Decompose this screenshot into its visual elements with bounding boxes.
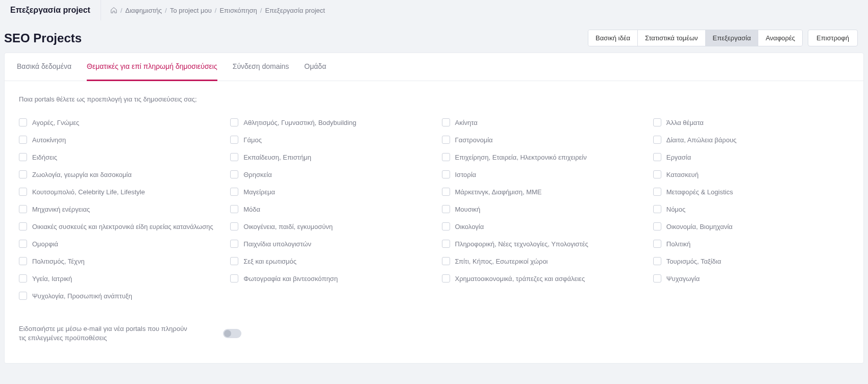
- tab[interactable]: Ομάδα: [304, 53, 326, 81]
- checkbox-label[interactable]: Ιστορία: [455, 171, 477, 178]
- nav-button[interactable]: Στατιστικά τομέων: [637, 30, 705, 46]
- checkbox-label[interactable]: Μουσική: [455, 206, 481, 213]
- checkbox[interactable]: [653, 118, 661, 126]
- checkbox-row: Μαγείρεμα: [230, 188, 426, 196]
- checkbox[interactable]: [653, 136, 661, 144]
- nav-button[interactable]: Αναφορές: [758, 30, 802, 46]
- checkbox[interactable]: [442, 274, 450, 283]
- breadcrumb-item[interactable]: Επισκόπηση: [219, 7, 257, 14]
- checkbox[interactable]: [230, 153, 238, 161]
- checkbox-label[interactable]: Φωτογραφία και βιντεοσκόπηση: [243, 275, 338, 283]
- checkbox[interactable]: [442, 240, 450, 248]
- checkbox[interactable]: [19, 257, 27, 265]
- checkbox[interactable]: [19, 205, 27, 213]
- checkbox[interactable]: [230, 257, 238, 265]
- checkbox[interactable]: [19, 170, 27, 178]
- checkbox[interactable]: [230, 118, 238, 126]
- notify-toggle[interactable]: [223, 329, 241, 338]
- checkbox-label[interactable]: Οικονομία, Βιομηχανία: [666, 223, 733, 231]
- checkbox-label[interactable]: Γάμος: [243, 136, 262, 144]
- checkbox-label[interactable]: Θρησκεία: [243, 171, 271, 178]
- checkbox-label[interactable]: Ομορφιά: [32, 240, 58, 248]
- checkbox-label[interactable]: Χρηματοοικονομικά, τράπεζες και ασφάλειε…: [455, 275, 585, 283]
- checkbox-label[interactable]: Οικιακές συσκευές και ηλεκτρονικά είδη ε…: [32, 223, 213, 231]
- checkbox[interactable]: [230, 240, 238, 248]
- checkbox[interactable]: [442, 205, 450, 213]
- checkbox[interactable]: [19, 274, 27, 283]
- checkbox-label[interactable]: Σεξ και ερωτισμός: [243, 258, 296, 265]
- checkbox[interactable]: [230, 205, 238, 213]
- checkbox-label[interactable]: Ψυχολογία, Προσωπική ανάπτυξη: [32, 292, 132, 300]
- checkbox[interactable]: [653, 170, 661, 178]
- checkbox-label[interactable]: Οικογένεια, παιδί, εγκυμοσύνη: [243, 223, 333, 231]
- checkbox[interactable]: [442, 170, 450, 178]
- checkbox-label[interactable]: Μάρκετινγκ, Διαφήμιση, ΜΜΕ: [455, 188, 542, 196]
- checkbox[interactable]: [230, 222, 238, 231]
- checkbox-label[interactable]: Σπίτι, Κήπος, Εσωτερικοί χώροι: [455, 258, 548, 265]
- checkbox-label[interactable]: Εκπαίδευση, Επιστήμη: [243, 153, 311, 161]
- checkbox[interactable]: [442, 257, 450, 265]
- checkbox-label[interactable]: Νόμος: [666, 206, 686, 213]
- checkbox-label[interactable]: Δίαιτα, Απώλεια βάρους: [666, 136, 737, 144]
- checkbox[interactable]: [653, 153, 661, 161]
- checkbox[interactable]: [230, 188, 238, 196]
- tab[interactable]: Θεματικές για επί πληρωμή δημοσιεύσεις: [87, 53, 217, 81]
- breadcrumb-item[interactable]: Διαφημιστής: [126, 7, 162, 14]
- checkbox-label[interactable]: Πολιτισμός, Τέχνη: [32, 258, 85, 265]
- checkbox-label[interactable]: Παιχνίδια υπολογιστών: [243, 240, 311, 248]
- checkbox-label[interactable]: Μηχανική ενέργειας: [32, 206, 90, 213]
- checkbox-label[interactable]: Ακίνητα: [455, 119, 478, 126]
- checkbox-label[interactable]: Άλλα θέματα: [666, 119, 704, 126]
- checkbox[interactable]: [19, 188, 27, 196]
- checkbox-label[interactable]: Αυτοκίνηση: [32, 136, 66, 144]
- checkbox[interactable]: [19, 240, 27, 248]
- footer-buttons: ΑΠΟΘΗΚΕΥΣΗ ΚΑΙ ΕΞΟΔΟΣ ΑΠΟΘΗΚΕΥΣΗ: [0, 374, 868, 384]
- checkbox-label[interactable]: Πληροφορική, Νέες τεχνολογίες, Υπολογιστ…: [455, 240, 588, 248]
- checkbox[interactable]: [653, 222, 661, 231]
- checkbox-label[interactable]: Οικολογία: [455, 223, 484, 231]
- checkbox-row: Σεξ και ερωτισμός: [230, 257, 426, 265]
- checkbox-label[interactable]: Υγεία, Ιατρική: [32, 275, 72, 283]
- tab[interactable]: Σύνδεση domains: [233, 53, 289, 81]
- checkbox[interactable]: [653, 274, 661, 283]
- checkbox-label[interactable]: Πολιτική: [666, 240, 691, 248]
- checkbox-label[interactable]: Μαγείρεμα: [243, 188, 275, 196]
- tab[interactable]: Βασικά δεδομένα: [17, 53, 71, 81]
- nav-button[interactable]: Επεξεργασία: [705, 30, 758, 46]
- checkbox[interactable]: [19, 136, 27, 144]
- checkbox[interactable]: [19, 153, 27, 161]
- checkbox[interactable]: [442, 118, 450, 126]
- home-icon[interactable]: [110, 7, 117, 14]
- checkbox-label[interactable]: Μεταφορές & Logistics: [666, 188, 733, 196]
- checkbox-label[interactable]: Γαστρονομία: [455, 136, 493, 144]
- return-button[interactable]: Επιστροφή: [808, 30, 858, 46]
- checkbox-label[interactable]: Εργασία: [666, 153, 691, 161]
- checkbox[interactable]: [653, 257, 661, 265]
- checkbox[interactable]: [19, 222, 27, 231]
- checkbox[interactable]: [653, 240, 661, 248]
- checkbox[interactable]: [19, 292, 27, 300]
- checkbox-label[interactable]: Αθλητισμός, Γυμναστική, Bodybuilding: [243, 119, 356, 126]
- checkbox-label[interactable]: Κουτσομπολιό, Celebrity Life, Lifestyle: [32, 188, 145, 196]
- nav-button[interactable]: Βασική ιδέα: [588, 30, 637, 46]
- checkbox-label[interactable]: Ζωολογία, γεωργία και δασοκομία: [32, 171, 132, 178]
- breadcrumb-item[interactable]: Το project μου: [170, 7, 212, 14]
- checkbox[interactable]: [653, 205, 661, 213]
- checkbox-label[interactable]: Επιχείρηση, Εταιρεία, Ηλεκτρονικό επιχει…: [455, 153, 587, 161]
- checkbox[interactable]: [653, 188, 661, 196]
- checkbox-row: Κατασκευή: [653, 170, 849, 178]
- checkbox[interactable]: [442, 222, 450, 231]
- checkbox[interactable]: [230, 170, 238, 178]
- checkbox[interactable]: [442, 188, 450, 196]
- checkbox-label[interactable]: Κατασκευή: [666, 171, 699, 178]
- checkbox[interactable]: [230, 136, 238, 144]
- checkbox-label[interactable]: Ψυχαγωγία: [666, 275, 700, 283]
- checkbox[interactable]: [442, 153, 450, 161]
- checkbox[interactable]: [230, 274, 238, 283]
- checkbox[interactable]: [442, 136, 450, 144]
- checkbox-label[interactable]: Τουρισμός, Ταξίδια: [666, 258, 722, 265]
- checkbox-label[interactable]: Ειδήσεις: [32, 153, 57, 161]
- checkbox-label[interactable]: Αγορές, Γνώμες: [32, 119, 79, 126]
- checkbox-label[interactable]: Μόδα: [243, 206, 260, 213]
- checkbox[interactable]: [19, 118, 27, 126]
